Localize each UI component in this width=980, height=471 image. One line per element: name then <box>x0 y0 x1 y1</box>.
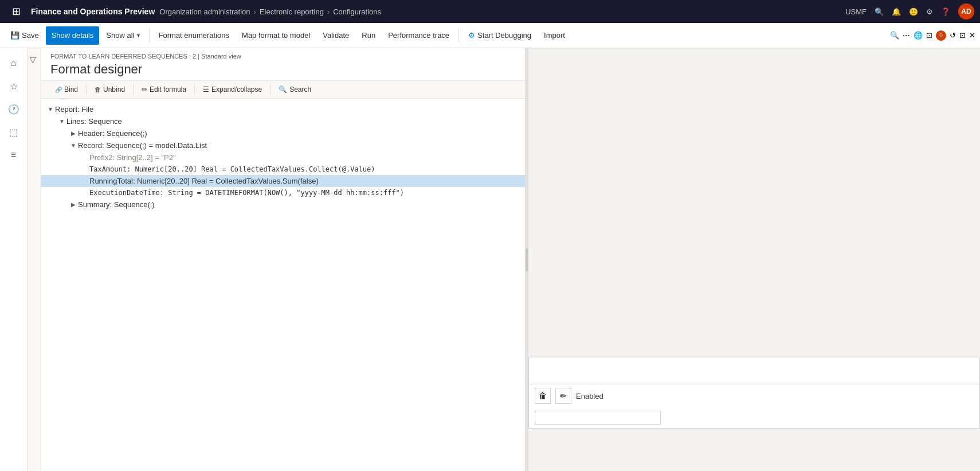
main-toolbar: 💾 Save Show details Show all ▾ Format en… <box>0 23 980 48</box>
save-button[interactable]: 💾 Save <box>5 26 45 45</box>
user-smile-icon[interactable]: 🙂 <box>909 7 918 16</box>
delete-icon-button[interactable]: 🗑 <box>535 388 551 404</box>
import-button[interactable]: Import <box>538 26 571 45</box>
toolbar-more-icon[interactable]: ··· <box>903 30 910 41</box>
right-side: 📄 SampleReport (1).txt - Notepad ─ □ ✕ F… <box>528 48 980 471</box>
avatar[interactable]: AD <box>958 3 974 20</box>
bind-button[interactable]: 🔗 Bind <box>50 83 83 96</box>
edit-formula-icon: ✏ <box>142 85 147 94</box>
dt-sep-4 <box>270 84 271 95</box>
dt-sep-1 <box>86 84 87 95</box>
filter-panel: ▽ <box>28 48 41 471</box>
search-icon[interactable]: 🔍 <box>875 7 884 16</box>
bottom-panel: 🗑 ✏ Enabled <box>528 357 980 429</box>
dt-sep-3 <box>194 84 195 95</box>
breadcrumb-sep-2: › <box>327 7 330 16</box>
dt-sep-2 <box>133 84 134 95</box>
breadcrumb-item-3[interactable]: Configurations <box>333 7 381 16</box>
workspaces-icon[interactable]: ⬚ <box>3 122 24 142</box>
favorites-icon[interactable]: ☆ <box>3 76 24 96</box>
expand-collapse-button[interactable]: ☰ Expand/collapse <box>198 83 266 96</box>
toolbar-search-icon[interactable]: 🔍 <box>890 31 899 40</box>
show-details-button[interactable]: Show details <box>46 26 100 45</box>
tree-label-5: TaxAmount: Numeric[20..20] Real = Collec… <box>89 165 520 173</box>
designer-title: Format designer <box>50 62 516 77</box>
tree-node-4[interactable]: Prefix2: String[2..2] = "P2" <box>41 151 525 164</box>
tree-label-3: Record: Sequence(;) = model.Data.List <box>78 141 520 150</box>
bell-icon[interactable]: 🔔 <box>892 7 901 16</box>
toolbar-refresh-icon[interactable]: ↺ <box>950 31 956 40</box>
bottom-panel-content <box>529 357 979 384</box>
nav-right: USMF 🔍 🔔 🙂 ⚙ ❓ AD <box>845 3 974 20</box>
edit-icon: ✏ <box>560 391 567 400</box>
tree-label-0: Report: File <box>55 105 520 114</box>
save-icon: 💾 <box>10 31 19 40</box>
tree-label-4: Prefix2: String[2..2] = "P2" <box>89 153 520 162</box>
run-button[interactable]: Run <box>356 26 381 45</box>
toolbar-sep-1 <box>149 29 150 42</box>
modules-icon[interactable]: ≡ <box>3 145 24 165</box>
tree-toggle-8[interactable]: ▶ <box>69 201 78 208</box>
show-all-label: Show all <box>106 31 134 40</box>
tree-node-3[interactable]: ▼Record: Sequence(;) = model.Data.List <box>41 139 525 151</box>
home-icon[interactable]: ⌂ <box>3 53 24 73</box>
bottom-panel-footer: 🗑 ✏ Enabled <box>529 384 979 428</box>
tree-label-7: ExecutionDateTime: String = DATETIMEFORM… <box>89 189 520 197</box>
edit-formula-button[interactable]: ✏ Edit formula <box>137 83 191 96</box>
search-icon-designer: 🔍 <box>279 85 287 94</box>
tree-node-8[interactable]: ▶Summary: Sequence(;) <box>41 198 525 211</box>
enabled-input[interactable] <box>535 411 661 425</box>
question-icon[interactable]: ❓ <box>941 7 950 16</box>
delete-icon: 🗑 <box>539 391 547 400</box>
tree-toggle-1[interactable]: ▼ <box>57 118 66 124</box>
unbind-button[interactable]: 🗑 Unbind <box>90 83 130 96</box>
map-format-to-model-button[interactable]: Map format to model <box>236 26 316 45</box>
save-label: Save <box>22 31 39 40</box>
designer-panel: FORMAT TO LEARN DEFERRED SEQUENCES : 2 |… <box>41 48 526 471</box>
show-all-chevron: ▾ <box>137 32 140 38</box>
tree-toggle-3[interactable]: ▼ <box>69 142 78 149</box>
top-navigation: ⊞ Finance and Operations Preview Organiz… <box>0 0 980 23</box>
tree-view: ▼Report: File▼Lines: Sequence▶Header: Se… <box>41 99 525 471</box>
app-title: Finance and Operations Preview <box>31 7 155 16</box>
tree-toggle-2[interactable]: ▶ <box>69 130 78 137</box>
app-grid-icon[interactable]: ⊞ <box>6 1 26 22</box>
tree-node-2[interactable]: ▶Header: Sequence(;) <box>41 127 525 139</box>
main-area: ⌂ ☆ 🕐 ⬚ ≡ ▽ FORMAT TO LEARN DEFERRED SEQ… <box>0 48 980 471</box>
bottom-panel-buttons-row: 🗑 ✏ Enabled <box>535 388 603 404</box>
performance-trace-button[interactable]: Performance trace <box>382 26 455 45</box>
breadcrumb-item-2[interactable]: Electronic reporting <box>260 7 324 16</box>
tree-node-1[interactable]: ▼Lines: Sequence <box>41 115 525 127</box>
toolbar-sep-2 <box>458 29 459 42</box>
designer-toolbar: 🔗 Bind 🗑 Unbind ✏ Edit formula ☰ Expand/… <box>41 81 525 99</box>
debug-icon: ⚙ <box>468 31 475 40</box>
tree-label-6: RunningTotal: Numeric[20..20] Real = Col… <box>89 177 520 185</box>
validate-button[interactable]: Validate <box>317 26 355 45</box>
tree-label-2: Header: Sequence(;) <box>78 129 520 138</box>
show-all-button[interactable]: Show all ▾ <box>100 26 145 45</box>
expand-collapse-icon: ☰ <box>203 85 209 94</box>
tree-node-5[interactable]: TaxAmount: Numeric[20..20] Real = Collec… <box>41 164 525 175</box>
bind-icon: 🔗 <box>55 87 62 93</box>
tree-toggle-0[interactable]: ▼ <box>46 106 55 112</box>
toolbar-expand-icon[interactable]: ⊡ <box>959 31 966 40</box>
tree-label-1: Lines: Sequence <box>66 117 520 126</box>
toolbar-layout-icon[interactable]: ⊡ <box>926 31 932 40</box>
tree-label-8: Summary: Sequence(;) <box>78 200 520 209</box>
breadcrumb: Organization administration › Electronic… <box>159 7 381 16</box>
toolbar-globe-icon[interactable]: 🌐 <box>914 31 923 40</box>
edit-icon-button[interactable]: ✏ <box>555 388 571 404</box>
tree-node-7[interactable]: ExecutionDateTime: String = DATETIMEFORM… <box>41 187 525 198</box>
format-enumerations-button[interactable]: Format enumerations <box>153 26 236 45</box>
gear-icon[interactable]: ⚙ <box>926 7 933 16</box>
tree-node-6[interactable]: RunningTotal: Numeric[20..20] Real = Col… <box>41 175 525 187</box>
tree-node-0[interactable]: ▼Report: File <box>41 103 525 115</box>
search-button[interactable]: 🔍 Search <box>274 83 316 96</box>
breadcrumb-item-1[interactable]: Organization administration <box>159 7 250 16</box>
start-debugging-button[interactable]: ⚙ Start Debugging <box>462 26 537 45</box>
breadcrumb-sep-1: › <box>254 7 256 16</box>
filter-icon[interactable]: ▽ <box>28 55 36 64</box>
toolbar-close-icon[interactable]: ✕ <box>969 31 975 40</box>
recent-icon[interactable]: 🕐 <box>3 99 24 119</box>
enabled-input-row <box>535 408 661 425</box>
